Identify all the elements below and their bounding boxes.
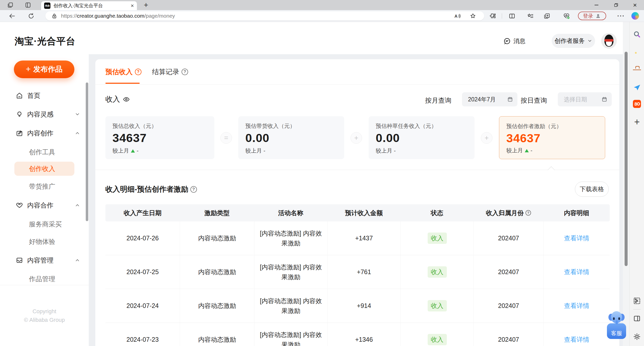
send-icon[interactable]: [633, 83, 641, 92]
divider: [95, 170, 619, 170]
status-badge: 收入: [428, 334, 447, 345]
sidebar-item-works-management[interactable]: 作品管理: [0, 273, 89, 284]
workspaces-icon[interactable]: [25, 2, 31, 8]
help-icon[interactable]: [190, 186, 197, 193]
cell-incentive-type: 内容动态激励: [180, 255, 254, 289]
gear-icon[interactable]: [633, 333, 641, 341]
sidebar-item-content-management[interactable]: 内容管理: [0, 255, 89, 266]
login-button[interactable]: 登录: [578, 12, 606, 20]
card-total-income[interactable]: 预估总收入（元） 34637 较上月-: [105, 116, 214, 159]
chat-icon: [503, 37, 511, 45]
status-badge: 收入: [428, 233, 447, 244]
sidebar-item-promotion[interactable]: 带货推广: [0, 181, 89, 192]
kuaishou-icon[interactable]: 8: [633, 100, 641, 108]
search-icon[interactable]: [633, 30, 641, 38]
eye-icon[interactable]: [123, 96, 130, 103]
selected-card-caret: [548, 166, 555, 174]
refresh-icon[interactable]: [28, 13, 35, 19]
card-seeding-task-income[interactable]: 预估种草任务收入（元） 0.00 较上月 -: [369, 116, 475, 159]
customer-service-button[interactable]: 客服: [606, 311, 627, 340]
download-table-button[interactable]: 下载表格: [575, 182, 609, 197]
shopping-icon[interactable]: [633, 51, 641, 59]
view-details-link[interactable]: 查看详情: [564, 268, 589, 276]
cell-status: 收入: [400, 255, 474, 289]
help-icon[interactable]: [135, 69, 141, 75]
tab-estimated-income[interactable]: 预估收入: [105, 66, 141, 77]
browser-window: 光合 创作收入-淘宝光合平台 × + × https://creator.gua…: [0, 0, 644, 346]
window-minimize-button[interactable]: [589, 0, 603, 10]
plus-operator: +: [350, 132, 362, 144]
table-row: 2024-07-25 内容动态激励 [内容动态激励] 内容效果激励 +761 收…: [105, 255, 610, 289]
help-icon[interactable]: [182, 69, 188, 75]
home-icon: [16, 92, 23, 99]
sidebar-item-creation-income[interactable]: 创作收入: [14, 162, 74, 176]
table-header: 收入产生日期 激励类型 活动名称 预计收入金额 状态 收入归属月份 内容明细: [105, 204, 610, 221]
equals-operator: =: [220, 132, 232, 144]
favorites-list-icon[interactable]: [527, 13, 534, 19]
month-picker[interactable]: [462, 92, 517, 106]
plus-operator: +: [481, 132, 492, 144]
plus-icon: +: [26, 64, 31, 74]
messages-button[interactable]: 消息: [503, 37, 525, 45]
page-scrollbar: [623, 22, 629, 346]
sidebar-item-service-purchase[interactable]: 服务商采买: [0, 219, 89, 230]
browser-essentials-icon[interactable]: [563, 13, 570, 19]
tab-close-icon[interactable]: ×: [131, 3, 134, 9]
status-badge: 收入: [428, 266, 447, 278]
site-logo[interactable]: 淘宝·光合平台: [15, 35, 75, 48]
sidebar-toggle-icon[interactable]: [633, 314, 641, 323]
view-details-link[interactable]: 查看详情: [564, 234, 589, 242]
svg-text:8: 8: [634, 101, 637, 107]
window-close-button[interactable]: ×: [628, 0, 642, 10]
address-bar[interactable]: https://creator.guanghe.taobao.com/page/…: [45, 11, 484, 20]
calendar-icon: [601, 96, 608, 103]
cell-activity-name: [内容动态激励] 内容效果激励: [254, 255, 327, 289]
sidebar-item-content-cooperation[interactable]: 内容合作: [0, 200, 89, 211]
lock-icon: [51, 13, 58, 19]
user-avatar[interactable]: [601, 33, 617, 49]
view-details-link[interactable]: 查看详情: [564, 302, 589, 310]
favorite-star-icon[interactable]: [470, 13, 476, 19]
sidebar-item-home[interactable]: 首页: [0, 90, 89, 101]
tools-icon[interactable]: [633, 67, 641, 75]
screenshot-icon[interactable]: [633, 297, 641, 305]
url-text: https://creator.guanghe.taobao.com/page/…: [61, 11, 175, 20]
add-panel-icon[interactable]: +: [633, 117, 641, 126]
tab-settlement-records[interactable]: 结算记录: [152, 66, 188, 77]
publish-work-button[interactable]: + 发布作品: [14, 61, 74, 78]
chevron-up-icon: [75, 203, 80, 208]
back-icon[interactable]: [9, 13, 15, 19]
rail-divider: [633, 309, 641, 309]
titlebar: 光合 创作收入-淘宝光合平台 × + ×: [0, 0, 644, 10]
sidebar-item-creation-tools[interactable]: 创作工具: [0, 147, 89, 158]
card-creator-incentive[interactable]: 预估创作者激励（元） 34637 较上月-: [499, 116, 605, 159]
tab-actions-icon[interactable]: [7, 2, 14, 8]
browser-tab[interactable]: 光合 创作收入-淘宝光合平台 ×: [41, 1, 137, 10]
card-sales-income[interactable]: 预估带货收入（元） 0.00 较上月 -: [238, 116, 344, 159]
cell-detail: 查看详情: [543, 289, 610, 323]
cell-detail: 查看详情: [543, 255, 610, 289]
table-row: 2024-07-24 内容动态激励 [内容动态激励] 内容效果激励 +914 收…: [105, 289, 610, 323]
cell-incentive-type: 内容动态激励: [180, 323, 254, 346]
sidebar-item-content-creation[interactable]: 内容创作: [0, 128, 89, 139]
view-details-link[interactable]: 查看详情: [564, 335, 589, 344]
new-tab-button[interactable]: +: [141, 1, 151, 10]
collections-icon[interactable]: [543, 13, 550, 19]
profile-icon: [595, 13, 601, 19]
split-screen-icon[interactable]: [509, 13, 515, 19]
window-restore-button[interactable]: [609, 0, 623, 10]
edit-icon: [16, 129, 23, 137]
sidebar-divider: [0, 285, 89, 285]
copilot-icon[interactable]: [631, 12, 639, 20]
settings-more-icon[interactable]: [617, 12, 625, 20]
sidebar-item-product-trial[interactable]: 好物体验: [0, 236, 89, 247]
main-content: 预估收入 结算记录 收入 按月查询 按日查询: [95, 59, 619, 346]
extensions-icon[interactable]: [489, 13, 496, 19]
read-aloud-icon[interactable]: A: [454, 13, 461, 19]
sidebar-item-inspiration[interactable]: 内容灵感: [0, 109, 89, 120]
creator-service-menu[interactable]: 创作者服务: [552, 34, 595, 48]
day-picker[interactable]: [558, 92, 612, 106]
scrollbar-thumb[interactable]: [625, 52, 628, 266]
sidebar-scrollbar[interactable]: [86, 82, 88, 221]
help-icon[interactable]: [525, 210, 531, 216]
